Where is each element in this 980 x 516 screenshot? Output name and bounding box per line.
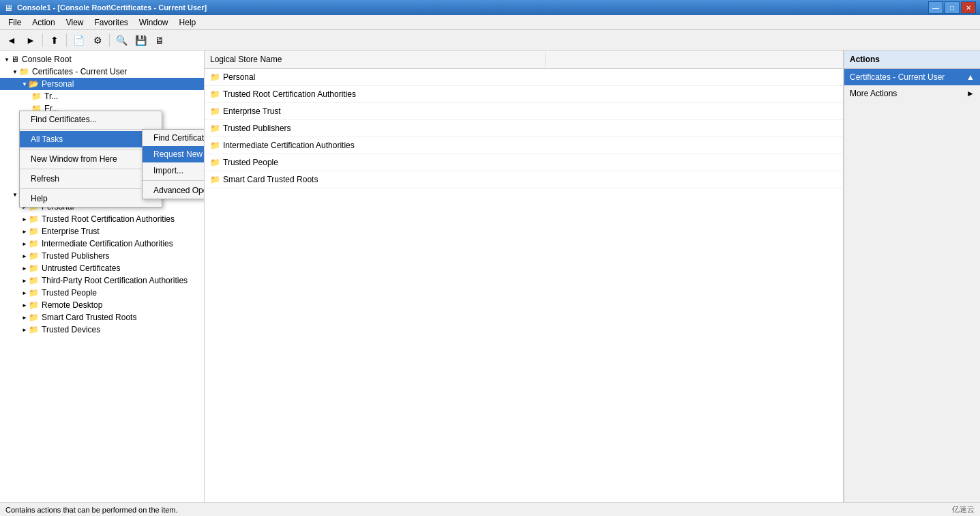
tree-cert-current-user[interactable]: ▼ 📁 Certificates - Current User — [0, 66, 204, 78]
col-header-name: Logical Store Name — [205, 52, 546, 67]
expand-arrow[interactable]: ▼ — [11, 68, 19, 76]
expand-arrow[interactable]: ► — [20, 264, 29, 272]
store-name: Enterprise Trust — [223, 106, 281, 116]
folder-icon: 📁 — [29, 288, 39, 298]
show-hide-button[interactable]: 📄 — [70, 32, 87, 48]
expand-arrow[interactable]: ► — [20, 276, 29, 285]
folder-icon: 📁 — [29, 239, 39, 248]
ctx-sep3 — [20, 169, 162, 169]
store-name: Trusted Publishers — [223, 124, 291, 133]
tree-console-root[interactable]: ▼ 🖥 Console Root — [0, 53, 204, 66]
expand-arrow[interactable]: ▼ — [11, 190, 19, 199]
folder-icon: 📁 — [210, 124, 220, 133]
sub-request-cert[interactable]: Request New Certificate... — [143, 146, 205, 162]
submenu-all-tasks: Find Certificates... Request New Certifi… — [142, 129, 205, 199]
expand-arrow[interactable]: ► — [20, 301, 29, 309]
toolbar: ◄ ► ⬆ 📄 ⚙ 🔍 💾 🖥 — [0, 30, 980, 51]
expand-arrow[interactable]: ► — [20, 326, 29, 334]
expand-arrow[interactable]: ▼ — [3, 55, 11, 63]
table-row[interactable]: 📁 Personal — [205, 69, 843, 86]
ctx-find-certs[interactable]: Find Certificates... — [20, 111, 162, 128]
tree-label: Personal — [42, 79, 74, 89]
ctx-help[interactable]: Help — [20, 190, 162, 207]
expand-arrow[interactable]: ► — [20, 313, 29, 321]
maximize-button[interactable]: □ — [945, 1, 960, 14]
tree-lc-trusted-root[interactable]: ► 📁 Trusted Root Certification Authoriti… — [0, 213, 204, 225]
actions-more-actions[interactable]: More Actions ► — [844, 85, 980, 102]
ctx-sep1 — [20, 129, 162, 130]
tree-lc-remote-desktop[interactable]: ► 📁 Remote Desktop — [0, 299, 204, 311]
tree-lc-trusted-pub[interactable]: ► 📁 Trusted Publishers — [0, 250, 204, 262]
sub-sep1 — [143, 180, 205, 181]
sub-find-certs[interactable]: Find Certificates... — [143, 130, 205, 146]
console-button[interactable]: 🖥 — [151, 32, 168, 48]
expand-arrow[interactable]: ► — [20, 240, 29, 248]
table-row[interactable]: 📁 Trusted Publishers — [205, 120, 843, 137]
tree-label: Tr... — [44, 91, 58, 101]
up-button[interactable]: ⬆ — [46, 32, 63, 48]
export-button[interactable]: 💾 — [132, 32, 149, 48]
folder-icon: 📁 — [210, 72, 220, 82]
expand-arrow[interactable]: ▼ — [20, 80, 29, 88]
tree-label: Smart Card Trusted Roots — [42, 313, 136, 322]
sub-import[interactable]: Import... — [143, 162, 205, 179]
app-icon: 🖥 — [4, 3, 13, 13]
row-cell-name: 📁 Trusted Root Certification Authorities — [205, 87, 546, 101]
tree-personal-sub1[interactable]: 📁 Tr... — [0, 90, 204, 102]
folder-icon: 📁 — [210, 106, 220, 116]
tree-personal[interactable]: ▼ 📂 Personal — [0, 78, 204, 90]
folder-icon: 📁 — [210, 89, 220, 99]
menu-file[interactable]: File — [3, 16, 27, 29]
folder-icon: 📁 — [29, 214, 39, 224]
tree-label: Console Root — [22, 55, 72, 64]
folder-icon: 📂 — [29, 79, 39, 89]
find-button[interactable]: 🔍 — [113, 32, 130, 48]
title-bar: 🖥 Console1 - [Console Root\Certificates … — [0, 0, 980, 15]
tree-lc-untrusted[interactable]: ► 📁 Untrusted Certificates — [0, 262, 204, 274]
expand-arrow[interactable]: ► — [20, 289, 29, 297]
tree-label: Intermediate Certification Authorities — [42, 239, 173, 248]
table-row[interactable]: 📁 Trusted People — [205, 154, 843, 171]
folder-icon: 📁 — [210, 141, 220, 150]
tree-lc-intermediate[interactable]: ► 📁 Intermediate Certification Authoriti… — [0, 238, 204, 250]
menu-window[interactable]: Window — [134, 16, 174, 29]
content-panel: Logical Store Name 📁 Personal 📁 Trusted … — [205, 51, 844, 502]
folder-icon: 📁 — [19, 67, 29, 76]
menu-view[interactable]: View — [61, 16, 89, 29]
expand-arrow[interactable]: ► — [20, 252, 29, 260]
actions-cert-user-item[interactable]: Certificates - Current User ▲ — [844, 69, 980, 85]
tree-lc-trusted-devices[interactable]: ► 📁 Trusted Devices — [0, 324, 204, 336]
tree-label: Trusted Root Certification Authorities — [42, 214, 175, 224]
tree-panel: ▼ 🖥 Console Root ▼ 📁 Certificates - Curr… — [0, 51, 205, 502]
tree-lc-smartcard[interactable]: ► 📁 Smart Card Trusted Roots — [0, 311, 204, 324]
ctx-new-window[interactable]: New Window from Here — [20, 151, 162, 167]
expand-arrow[interactable]: ► — [20, 227, 29, 235]
ctx-all-tasks[interactable]: All Tasks ► — [20, 131, 162, 147]
ctx-refresh[interactable]: Refresh — [20, 171, 162, 187]
tree-lc-thirdparty[interactable]: ► 📁 Third-Party Root Certification Autho… — [0, 274, 204, 287]
sub-advanced-ops[interactable]: Advanced Operations ► — [143, 182, 205, 199]
table-row[interactable]: 📁 Smart Card Trusted Roots — [205, 171, 843, 188]
table-row[interactable]: 📁 Intermediate Certification Authorities — [205, 137, 843, 154]
props-button[interactable]: ⚙ — [89, 32, 106, 48]
tree-lc-enterprise[interactable]: ► 📁 Enterprise Trust — [0, 225, 204, 238]
back-button[interactable]: ◄ — [3, 32, 20, 48]
expand-arrow[interactable]: ► — [20, 215, 29, 223]
tree-label: Trusted Publishers — [42, 251, 110, 261]
tree-label: Remote Desktop — [42, 300, 102, 310]
menu-favorites[interactable]: Favorites — [89, 16, 134, 29]
tree-lc-trusted-people[interactable]: ► 📁 Trusted People — [0, 287, 204, 299]
forward-button[interactable]: ► — [22, 32, 40, 48]
close-button[interactable]: ✕ — [961, 1, 976, 14]
menu-action[interactable]: Action — [27, 16, 60, 29]
table-row[interactable]: 📁 Trusted Root Certification Authorities — [205, 86, 843, 103]
table-row[interactable]: 📁 Enterprise Trust — [205, 103, 843, 120]
window-title: Console1 - [Console Root\Certificates - … — [17, 3, 207, 12]
main-layout: ▼ 🖥 Console Root ▼ 📁 Certificates - Curr… — [0, 51, 980, 502]
menu-help[interactable]: Help — [174, 16, 202, 29]
title-bar-left: 🖥 Console1 - [Console Root\Certificates … — [4, 3, 207, 13]
right-arrow-icon: ► — [966, 89, 975, 98]
minimize-button[interactable]: — — [928, 1, 943, 14]
store-name: Intermediate Certification Authorities — [223, 141, 355, 150]
store-name: Trusted People — [223, 158, 278, 167]
